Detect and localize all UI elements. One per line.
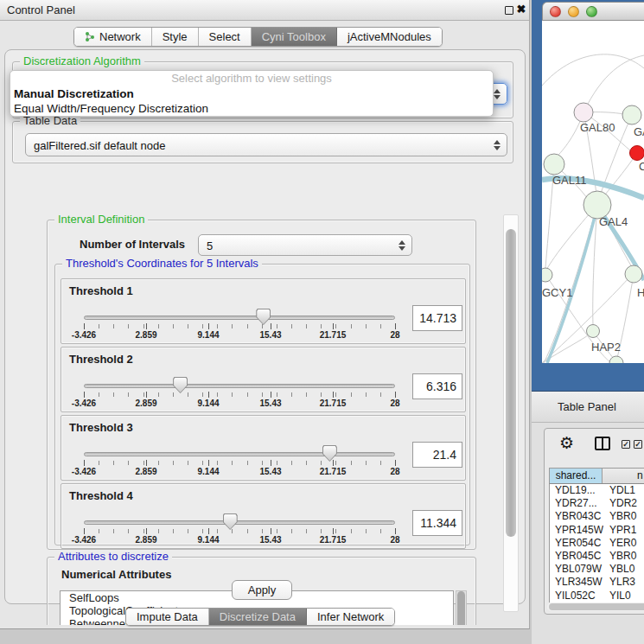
tab-jactivemnodules[interactable]: jActiveMNodules xyxy=(337,28,442,46)
settings-viewport: Interval Definition Number of Intervals … xyxy=(15,213,503,625)
apply-button[interactable]: Apply xyxy=(232,580,292,600)
tab-infer-network[interactable]: Infer Network xyxy=(307,609,394,625)
scrollbar-thumb[interactable] xyxy=(549,603,644,610)
network-node[interactable] xyxy=(574,103,593,122)
split-columns-icon[interactable] xyxy=(595,437,610,450)
threshold-value-field[interactable]: 14.713 xyxy=(412,305,462,331)
slider-thumb[interactable] xyxy=(223,513,238,530)
slider-thumb[interactable] xyxy=(173,377,188,393)
node-label: HAP2 xyxy=(591,341,621,354)
table-horizontal-scrollbar[interactable] xyxy=(547,603,644,611)
cell-name: YER0 xyxy=(603,537,644,550)
attributes-scrollbar[interactable] xyxy=(456,590,467,625)
threshold-label: Threshold 1 xyxy=(69,284,133,297)
float-window-icon[interactable] xyxy=(505,6,513,15)
slider-tick-label: 15.43 xyxy=(259,330,281,340)
table-row[interactable]: YBR043CYBR0 xyxy=(550,510,644,523)
tab-cyni-toolbox[interactable]: Cyni Toolbox xyxy=(252,28,337,46)
slider-major-tick xyxy=(333,460,334,466)
tab-discretize-data[interactable]: Discretize Data xyxy=(209,609,307,625)
checkbox-icon[interactable]: ✓ xyxy=(634,440,642,449)
slider-thumb[interactable] xyxy=(256,309,271,325)
network-node[interactable] xyxy=(542,268,552,282)
slider-major-tick xyxy=(208,392,209,398)
threshold-value-field[interactable]: 21.4 xyxy=(412,442,462,468)
slider-major-tick xyxy=(208,460,209,466)
tab-impute-data[interactable]: Impute Data xyxy=(126,609,209,625)
close-icon[interactable]: ✖ xyxy=(514,3,528,16)
slider-track[interactable] xyxy=(84,452,395,456)
gear-icon[interactable]: ⚙ xyxy=(559,435,574,452)
tab-network[interactable]: Network xyxy=(74,28,152,46)
network-canvas[interactable]: GAL80GACGAL11GAL4GCY1HHAP2 xyxy=(542,21,644,363)
column-header-shared-name[interactable]: shared... xyxy=(550,469,603,483)
network-node[interactable] xyxy=(630,146,644,161)
tab-style[interactable]: Style xyxy=(152,28,199,46)
interval-definition-group: Interval Definition Number of Intervals … xyxy=(47,220,476,550)
column-header-name[interactable]: n xyxy=(603,469,644,483)
table-row[interactable]: YIL052CYIL0 xyxy=(550,590,644,603)
network-node[interactable] xyxy=(609,356,623,363)
table-data-combobox[interactable]: galFiltered.sif default node xyxy=(25,133,507,156)
tab-select[interactable]: Select xyxy=(199,28,252,46)
slider-thumb[interactable] xyxy=(322,445,337,462)
network-node[interactable] xyxy=(587,325,600,338)
node-label: GAL80 xyxy=(580,121,615,134)
close-traffic-light-icon[interactable] xyxy=(550,6,561,17)
slider-tick-label: 9.144 xyxy=(197,330,219,340)
slider-minor-ticks xyxy=(84,529,395,533)
checkbox-icon[interactable]: ✓ xyxy=(622,440,630,449)
threshold-slider[interactable]: -3.4262.8599.14415.4321.71528 xyxy=(84,447,395,478)
slider-tick-label: 2.859 xyxy=(135,330,156,340)
scrollbar-thumb[interactable] xyxy=(506,229,516,537)
table-panel-title: Table Panel xyxy=(558,400,616,413)
algorithm-menu-item[interactable]: Equal Width/Frequency Discretization xyxy=(10,101,493,116)
network-node[interactable] xyxy=(622,105,641,124)
table-row[interactable]: YDL19...YDL1 xyxy=(550,484,644,497)
algorithm-menu-item[interactable]: Manual Discretization xyxy=(10,86,493,101)
cell-shared-name: YLR345W xyxy=(550,576,603,589)
table-row[interactable]: YPR145WYPR1 xyxy=(550,524,644,537)
node-label: H xyxy=(637,286,644,299)
threshold-slider[interactable]: -3.4262.8599.14415.4321.71528 xyxy=(84,379,395,410)
slider-tick-label: 9.144 xyxy=(197,399,219,408)
threshold-slider[interactable]: -3.4262.8599.14415.4321.71528 xyxy=(84,515,395,546)
table-row[interactable]: YDR27...YDR2 xyxy=(550,497,644,510)
slider-track[interactable] xyxy=(84,384,395,388)
cell-shared-name: YBR043C xyxy=(550,510,603,523)
cyni-toolbox-panel: Discretization Algorithm Table Data galF… xyxy=(4,49,526,604)
algorithm-hint-item[interactable]: Select algorithm to view settings xyxy=(10,71,493,86)
slider-track[interactable] xyxy=(84,520,395,525)
threshold-value-field[interactable]: 11.344 xyxy=(412,510,462,536)
slider-tick-label: 21.715 xyxy=(320,467,347,476)
number-of-intervals-combobox[interactable]: 5 xyxy=(198,234,412,256)
combobox-arrows-icon xyxy=(494,140,501,150)
node-table: shared... n YDL19...YDL1YDR27...YDR2YBR0… xyxy=(549,468,644,603)
slider-minor-ticks xyxy=(84,392,395,397)
table-row[interactable]: YBR045CYBR0 xyxy=(550,550,644,563)
slider-major-tick xyxy=(271,528,271,534)
network-node[interactable] xyxy=(544,154,564,175)
minimize-traffic-light-icon[interactable] xyxy=(568,6,579,17)
table-data-group: Table Data galFiltered.sif default node xyxy=(12,121,513,163)
scrollbar-thumb[interactable] xyxy=(457,591,465,625)
slider-track[interactable] xyxy=(84,316,395,320)
slider-major-tick xyxy=(271,323,271,329)
numerical-attributes-label: Numerical Attributes xyxy=(61,568,171,581)
threshold-label: Threshold 4 xyxy=(69,489,133,502)
network-node[interactable] xyxy=(625,265,642,283)
group-title: Interval Definition xyxy=(54,213,148,226)
table-row[interactable]: YLR345WYLR3 xyxy=(550,576,644,589)
network-window-titlebar xyxy=(542,2,644,21)
slider-thumb-face xyxy=(224,514,237,529)
table-row[interactable]: YBL079WYBL0 xyxy=(550,563,644,576)
network-icon xyxy=(85,31,95,42)
zoom-traffic-light-icon[interactable] xyxy=(586,6,597,17)
slider-major-tick xyxy=(333,392,334,398)
slider-tick-label: 15.43 xyxy=(259,467,281,476)
threshold-slider[interactable]: -3.4262.8599.14415.4321.71528 xyxy=(84,310,395,341)
cell-name: YPR1 xyxy=(603,524,644,537)
panel-scrollbar[interactable] xyxy=(503,214,519,612)
threshold-value-field[interactable]: 6.316 xyxy=(412,373,462,399)
table-row[interactable]: YER054CYER0 xyxy=(550,537,644,550)
